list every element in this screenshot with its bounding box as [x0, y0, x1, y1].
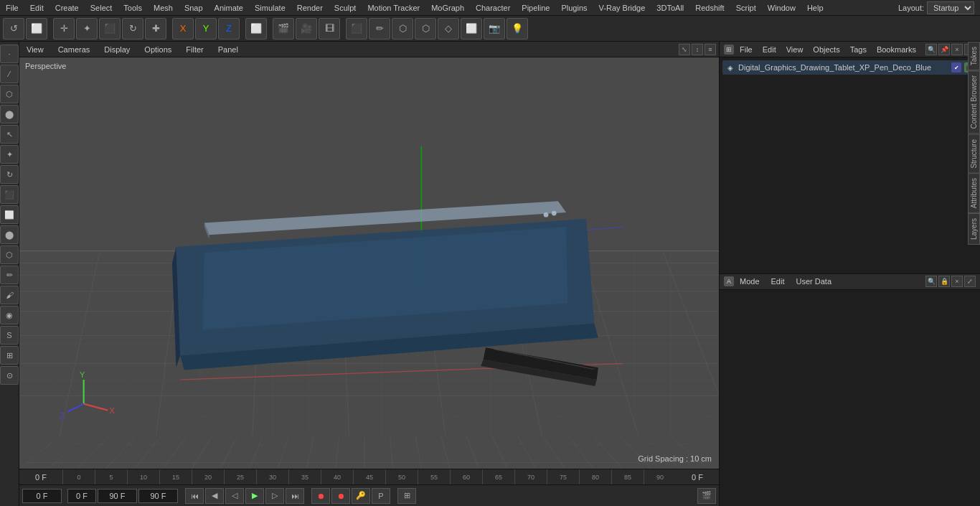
auto-keyframe[interactable]: ⏺ [331, 488, 350, 504]
sidebar-cube[interactable]: ⬜ [0, 205, 19, 224]
spline-button[interactable]: ✏ [369, 18, 390, 39]
sidebar-edges[interactable]: ⁄ [0, 65, 19, 83]
menu-render[interactable]: Render [291, 2, 329, 14]
render-options[interactable]: 🎬 [697, 488, 716, 504]
camera-button[interactable]: 📷 [484, 18, 505, 39]
sidebar-magnet[interactable]: ⊙ [0, 366, 19, 385]
viewport-filter-menu[interactable]: Filter [182, 44, 207, 55]
select-tool[interactable]: ✛ [53, 18, 75, 39]
viewport-restore[interactable]: ↕ [692, 44, 703, 55]
menu-script[interactable]: Script [730, 2, 762, 14]
nurbs-button[interactable]: ⬡ [392, 18, 413, 39]
goto-start-button[interactable]: ⏮ [185, 488, 204, 504]
object-axis-button[interactable]: ⬜ [245, 18, 267, 39]
menu-edit[interactable]: Edit [24, 2, 50, 14]
menu-snap[interactable]: Snap [179, 2, 209, 14]
attributes-user-data[interactable]: User Data [796, 277, 832, 286]
tab-attributes[interactable]: Attributes [968, 173, 980, 213]
tab-content-browser[interactable]: Content Browser [968, 70, 980, 133]
menu-file[interactable]: File [0, 2, 24, 14]
render-view-button[interactable]: 🎥 [296, 18, 317, 39]
sidebar-brush[interactable]: ⬤ [0, 105, 19, 123]
objects-content[interactable]: ◈ Digital_Graphics_Drawing_Tablet_XP_Pen… [720, 57, 980, 273]
menu-pipeline[interactable]: Pipeline [516, 2, 555, 14]
sidebar-move[interactable]: ✦ [0, 145, 19, 164]
start-frame-input[interactable] [22, 489, 62, 503]
z-axis-button[interactable]: Z [218, 18, 240, 39]
sidebar-sphere[interactable]: ⬤ [0, 225, 19, 244]
universal-tool[interactable]: ✚ [145, 18, 166, 39]
sidebar-rotate[interactable]: ↻ [0, 165, 19, 184]
viewport-3d[interactable]: Perspective [19, 57, 719, 469]
undo-button[interactable]: ↺ [3, 18, 24, 39]
menu-mograph[interactable]: MoGraph [425, 2, 470, 14]
y-axis-button[interactable]: Y [195, 18, 217, 39]
viewport-panel-menu[interactable]: Panel [214, 44, 242, 55]
objects-tags-menu[interactable]: Tags [850, 45, 867, 54]
menu-vray[interactable]: V-Ray Bridge [593, 2, 651, 14]
render-button[interactable]: 🎞 [319, 18, 340, 39]
attributes-mode[interactable]: Mode [740, 277, 760, 286]
menu-sculpt[interactable]: Sculpt [329, 2, 362, 14]
end-frame-input1[interactable] [98, 489, 137, 503]
prev-frame-button[interactable]: ◀ [205, 488, 224, 504]
move-tool[interactable]: ✦ [76, 18, 98, 39]
menu-help[interactable]: Help [801, 2, 829, 14]
viewport-maximize[interactable]: ⤡ [679, 44, 690, 55]
viewport-settings[interactable]: ≡ [705, 44, 716, 55]
menu-plugins[interactable]: Plugins [555, 2, 593, 14]
objects-search[interactable]: 🔍 [925, 44, 937, 55]
prev-play-button[interactable]: ◁ [225, 488, 244, 504]
rotate-tool[interactable]: ↻ [122, 18, 143, 39]
timeline-ruler[interactable]: 0 5 10 15 20 25 30 35 40 45 50 55 60 65 … [62, 469, 676, 485]
next-frame-button[interactable]: ▷ [265, 488, 284, 504]
sidebar-select[interactable]: ↖ [0, 125, 19, 144]
current-frame-input[interactable] [67, 489, 96, 503]
sidebar-polygons[interactable]: ⬡ [0, 85, 19, 103]
object-row-tablet[interactable]: ◈ Digital_Graphics_Drawing_Tablet_XP_Pen… [722, 60, 977, 75]
playback-settings[interactable]: ⊞ [397, 488, 416, 504]
menu-tools[interactable]: Tools [118, 2, 148, 14]
tab-takes[interactable]: Takes [968, 42, 980, 70]
menu-create[interactable]: Create [50, 2, 85, 14]
light-button[interactable]: 💡 [507, 18, 528, 39]
cube-button[interactable]: ⬛ [346, 18, 367, 39]
sidebar-points[interactable]: · [0, 44, 19, 63]
viewport-view-menu[interactable]: View [22, 44, 48, 55]
objects-view-menu[interactable]: View [786, 45, 804, 54]
sidebar-scale[interactable]: ⬛ [0, 185, 19, 204]
objects-edit-menu[interactable]: Edit [763, 45, 776, 54]
menu-mesh[interactable]: Mesh [148, 2, 179, 14]
menu-motion-tracker[interactable]: Motion Tracker [362, 2, 425, 14]
deformer-button[interactable]: ◇ [438, 18, 459, 39]
objects-bookmarks-menu[interactable]: Bookmarks [877, 45, 916, 54]
tab-layers[interactable]: Layers [968, 213, 980, 245]
menu-3dtoall[interactable]: 3DToAll [651, 2, 689, 14]
redo-button[interactable]: ⬜ [26, 18, 47, 39]
menu-character[interactable]: Character [470, 2, 516, 14]
menu-animate[interactable]: Animate [209, 2, 249, 14]
floor-button[interactable]: ⬜ [461, 18, 482, 39]
viewport-options-menu[interactable]: Options [140, 44, 176, 55]
keyframe-button[interactable]: 🔑 [352, 488, 370, 504]
sidebar-pen[interactable]: ✏ [0, 266, 19, 284]
play-button[interactable]: ▶ [245, 488, 264, 504]
menu-window[interactable]: Window [762, 2, 801, 14]
menu-select[interactable]: Select [85, 2, 118, 14]
record-button[interactable]: ⏺ [311, 488, 330, 504]
menu-redshift[interactable]: Redshift [689, 2, 730, 14]
viewport-cameras-menu[interactable]: Cameras [54, 44, 95, 55]
layout-select[interactable]: Startup [927, 1, 974, 14]
render-region-button[interactable]: 🎬 [273, 18, 294, 39]
cloner-button[interactable]: ⬡ [415, 18, 436, 39]
end-frame-input2[interactable] [138, 489, 178, 503]
sidebar-cylinder[interactable]: ⬡ [0, 245, 19, 264]
sidebar-s-tool[interactable]: S [0, 326, 19, 345]
x-axis-button[interactable]: X [172, 18, 194, 39]
attributes-edit[interactable]: Edit [771, 277, 785, 286]
scale-tool[interactable]: ⬛ [99, 18, 121, 39]
tab-structure[interactable]: Structure [968, 134, 980, 174]
object-tag-green[interactable]: ✔ [951, 62, 961, 72]
attributes-search[interactable]: 🔍 [925, 276, 937, 287]
menu-simulate[interactable]: Simulate [249, 2, 291, 14]
